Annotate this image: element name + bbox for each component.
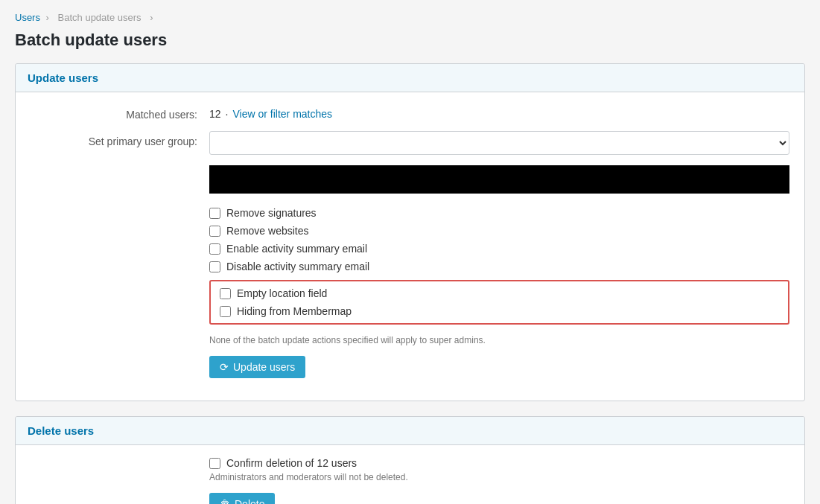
update-button-label: Update users [233,361,295,373]
checkbox-remove-websites-label: Remove websites [226,225,309,237]
delete-button-row: 🗑 Delete [31,493,789,504]
trash-icon: 🗑 [220,498,230,504]
page-title: Batch update users [15,31,805,50]
matched-separator: · [226,108,229,120]
checkbox-empty-location-input[interactable] [220,288,231,299]
update-button-control: ⟳ Update users [209,356,789,378]
confirm-deletion-row: Confirm deletion of 12 users Administrat… [31,457,789,482]
matched-count: 12 [209,108,221,120]
delete-button-label: Delete [235,498,264,504]
checkbox-enable-activity-label: Enable activity summary email [226,243,367,255]
primary-group-select[interactable] [209,131,789,155]
checkbox-confirm-delete-input[interactable] [209,458,220,469]
checkbox-hide-membermap-label: Hiding from Membermap [237,305,352,317]
obscured-label [31,165,209,170]
delete-users-title: Delete users [28,424,792,437]
checkbox-disable-activity-label: Disable activity summary email [226,261,369,272]
delete-button-spacer [31,493,209,497]
breadcrumb-separator-1: › [46,12,49,23]
breadcrumb-users-link[interactable]: Users [15,12,40,23]
checkbox-remove-websites-input[interactable] [209,226,220,237]
obscured-row [31,165,789,194]
checkbox-remove-websites: Remove websites [209,225,789,237]
checkbox-hide-membermap-input[interactable] [220,306,231,317]
matched-users-label: Matched users: [31,104,209,121]
breadcrumb-current: Batch update users [58,12,142,23]
primary-group-row: Set primary user group: [31,131,789,155]
update-icon: ⟳ [220,361,229,373]
update-note: None of the batch update actions specifi… [209,335,789,345]
checkbox-hide-membermap: Hiding from Membermap [220,305,779,317]
checkbox-empty-location-label: Empty location field [237,287,327,299]
delete-users-header: Delete users [16,417,804,445]
checkbox-enable-activity-input[interactable] [209,243,220,255]
update-users-card: Update users Matched users: 12 · View or… [15,63,805,401]
checkbox-empty-location: Empty location field [220,287,779,299]
matched-users-value: 12 · View or filter matches [209,104,789,120]
highlighted-checkboxes-box: Empty location field Hiding from Memberm… [209,280,789,325]
checkbox-remove-signatures-input[interactable] [209,208,220,219]
black-bar [209,165,789,194]
checkbox-remove-signatures: Remove signatures [209,207,789,219]
update-users-button[interactable]: ⟳ Update users [209,356,305,378]
update-users-header: Update users [16,64,804,92]
checkbox-disable-activity: Disable activity summary email [209,261,789,272]
delete-button-control: 🗑 Delete [209,493,789,504]
confirm-deletion-control: Confirm deletion of 12 users Administrat… [209,457,789,482]
obscured-content [209,165,789,194]
checkbox-enable-activity: Enable activity summary email [209,243,789,255]
checkboxes-label [31,204,209,208]
checkbox-disable-activity-input[interactable] [209,261,220,272]
checkbox-remove-signatures-label: Remove signatures [226,207,317,219]
checkboxes-section: Remove signatures Remove websites Enable… [209,204,789,345]
breadcrumb: Users › Batch update users › [15,12,805,23]
primary-group-control [209,131,789,155]
update-users-body: Matched users: 12 · View or filter match… [16,92,804,401]
delete-users-card: Delete users Confirm deletion of 12 user… [15,416,805,504]
view-filter-link[interactable]: View or filter matches [232,108,332,120]
delete-users-body: Confirm deletion of 12 users Administrat… [16,445,804,504]
update-button-spacer [31,356,209,360]
checkbox-confirm-delete-label: Confirm deletion of 12 users [226,457,357,469]
matched-users-row: Matched users: 12 · View or filter match… [31,104,789,121]
delete-button[interactable]: 🗑 Delete [209,493,275,504]
delete-note: Administrators and moderators will not b… [209,472,789,482]
breadcrumb-separator-2: › [150,12,153,23]
confirm-deletion-spacer [31,457,209,462]
checkboxes-row: Remove signatures Remove websites Enable… [31,204,789,345]
update-users-title: Update users [28,71,792,84]
checkboxes-control: Remove signatures Remove websites Enable… [209,204,789,345]
update-button-row: ⟳ Update users [31,356,789,378]
primary-group-label: Set primary user group: [31,131,209,147]
checkbox-confirm-deletion: Confirm deletion of 12 users [209,457,789,469]
